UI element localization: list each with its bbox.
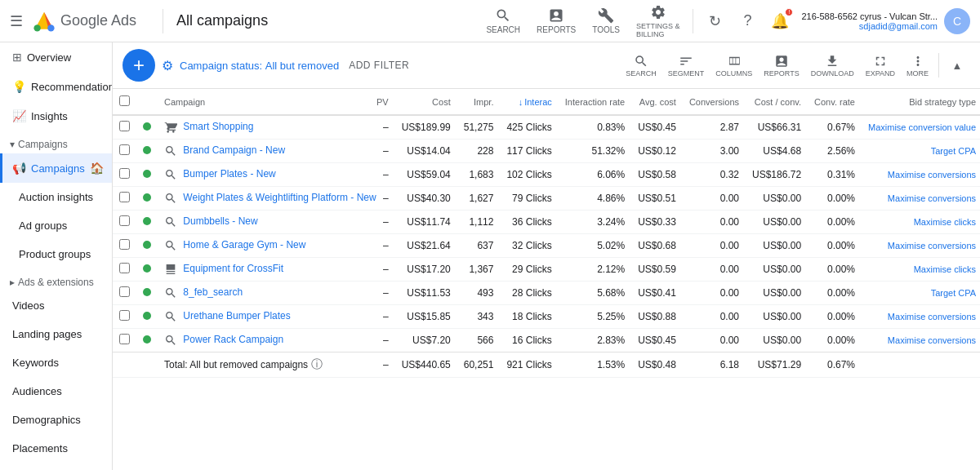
bid-strategy-link[interactable]: Maximise conversions — [888, 193, 976, 203]
row-conv-rate-8: 0.00% — [808, 305, 862, 329]
sidebar-item-recommendations[interactable]: 💡 Recommendations — [0, 72, 112, 101]
sidebar-ads-section[interactable]: ▸ Ads & extensions — [0, 268, 112, 291]
notifications-btn[interactable]: 🔔 ! — [765, 7, 795, 36]
bid-strategy-link[interactable]: Maximise conversion value — [868, 122, 976, 132]
bid-strategy-link[interactable]: Maximise clicks — [914, 217, 976, 227]
row-checkbox-5[interactable] — [113, 234, 136, 258]
avatar[interactable]: C — [944, 8, 970, 34]
row-bid-strategy-5[interactable]: Maximise conversions — [862, 234, 980, 258]
filter-value[interactable]: All but removed — [265, 60, 339, 72]
campaign-link[interactable]: Brand Campaign - New — [183, 144, 285, 156]
help-btn[interactable]: ? — [733, 7, 762, 36]
search-icon-btn[interactable]: SEARCH — [479, 4, 527, 38]
row-interaction-rate-7: 5.68% — [559, 282, 631, 305]
sidebar-campaigns-section[interactable]: ▾ Campaigns — [0, 131, 112, 153]
search-toolbar-btn[interactable]: SEARCH — [621, 51, 662, 81]
row-cost-conv-7: US$0.00 — [746, 282, 808, 305]
info-icon[interactable]: ⓘ — [311, 357, 323, 372]
filter-icon[interactable]: ⚙ — [162, 58, 173, 73]
bid-strategy-link[interactable]: Maximise conversions — [888, 170, 976, 180]
row-select-checkbox[interactable] — [119, 239, 130, 250]
sidebar-item-auction-insights[interactable]: Auction insights — [0, 183, 112, 211]
hamburger-menu-icon[interactable]: ☰ — [10, 12, 23, 30]
bid-strategy-link[interactable]: Maximise conversions — [888, 312, 976, 321]
row-checkbox-3[interactable] — [113, 187, 136, 211]
row-campaign-6: Equipment for CrossFit — [158, 258, 370, 282]
sidebar-item-insights[interactable]: 📈 Insights — [0, 101, 112, 131]
bid-strategy-link[interactable]: Maximise conversions — [888, 241, 976, 251]
campaign-link[interactable]: Dumbbells - New — [183, 215, 257, 227]
sidebar-item-overview[interactable]: ⊞ Overview — [0, 42, 112, 72]
sidebar-item-ad-groups[interactable]: Ad groups — [0, 211, 112, 240]
sidebar-item-product-groups[interactable]: Product groups — [0, 240, 112, 268]
sidebar-item-landing-pages[interactable]: Landing pages — [0, 320, 112, 348]
row-bid-strategy-6[interactable]: Maximise clicks — [862, 258, 980, 282]
row-checkbox-2[interactable] — [113, 163, 136, 187]
row-checkbox-4[interactable] — [113, 211, 136, 234]
sidebar-item-keywords[interactable]: Keywords — [0, 348, 112, 377]
svg-point-3 — [47, 24, 54, 31]
row-bid-strategy-9[interactable]: Maximise conversions — [862, 329, 980, 352]
more-toolbar-btn[interactable]: MORE — [902, 51, 933, 81]
bid-strategy-link[interactable]: Target CPA — [931, 288, 976, 298]
reports-toolbar-btn[interactable]: REPORTS — [759, 51, 804, 81]
row-checkbox-6[interactable] — [113, 258, 136, 282]
add-filter-button[interactable]: ADD FILTER — [349, 60, 409, 71]
row-checkbox-8[interactable] — [113, 305, 136, 329]
refresh-btn[interactable]: ↻ — [700, 7, 729, 36]
row-checkbox-7[interactable] — [113, 282, 136, 305]
sidebar-item-audiences[interactable]: Audiences — [0, 377, 112, 406]
campaign-link[interactable]: Equipment for CrossFit — [183, 263, 283, 274]
row-select-checkbox[interactable] — [119, 334, 130, 344]
sidebar-item-videos[interactable]: Videos — [0, 291, 112, 320]
row-checkbox-9[interactable] — [113, 329, 136, 352]
campaign-link[interactable]: Smart Shopping — [183, 121, 253, 132]
sidebar-item-placements[interactable]: Placements — [0, 434, 112, 463]
row-interactions-3: 79 Clicks — [500, 187, 558, 211]
row-select-checkbox[interactable] — [119, 168, 130, 179]
toolbar: + ⚙ Campaign status: All but removed ADD… — [113, 42, 980, 89]
header-checkbox[interactable] — [113, 89, 136, 115]
header-conversions: Conversions — [683, 89, 746, 115]
segment-toolbar-btn[interactable]: SEGMENT — [663, 51, 710, 81]
bid-strategy-link[interactable]: Target CPA — [931, 146, 976, 156]
chevron-down-icon: ▾ — [10, 139, 15, 150]
row-checkbox-1[interactable] — [113, 140, 136, 163]
row-select-checkbox[interactable] — [119, 286, 130, 297]
campaign-link[interactable]: Home & Garage Gym - New — [183, 239, 305, 251]
sidebar-item-campaigns[interactable]: 📢 Campaigns 🏠 — [0, 153, 112, 183]
row-select-checkbox[interactable] — [119, 192, 130, 202]
settings-icon-btn[interactable]: SETTINGS &BILLING — [630, 1, 687, 42]
columns-toolbar-btn[interactable]: COLUMNS — [710, 51, 757, 81]
row-bid-strategy-7[interactable]: Target CPA — [862, 282, 980, 305]
sidebar-item-demographics[interactable]: Demographics — [0, 406, 112, 434]
row-select-checkbox[interactable] — [119, 215, 130, 226]
campaign-link[interactable]: 8_feb_search — [183, 286, 243, 298]
select-all-checkbox[interactable] — [119, 95, 130, 106]
campaign-link[interactable]: Weight Plates & Weightlifting Platform -… — [183, 192, 376, 203]
campaign-link[interactable]: Urethane Bumper Plates — [183, 310, 290, 321]
row-bid-strategy-4[interactable]: Maximise clicks — [862, 211, 980, 234]
add-campaign-button[interactable]: + — [122, 49, 155, 82]
row-select-checkbox[interactable] — [119, 121, 130, 131]
campaign-link[interactable]: Power Rack Campaign — [183, 334, 283, 345]
account-info[interactable]: 216-588-6562 cyrus - Vulcan Str... sdjad… — [801, 11, 938, 31]
row-select-checkbox[interactable] — [119, 144, 130, 155]
download-toolbar-btn[interactable]: DOWNLOAD — [806, 51, 859, 81]
tools-icon-btn[interactable]: TOOLS — [586, 4, 626, 38]
bid-strategy-link[interactable]: Maximise conversions — [888, 335, 976, 345]
row-select-checkbox[interactable] — [119, 263, 130, 273]
row-bid-strategy-8[interactable]: Maximise conversions — [862, 305, 980, 329]
header-interactions[interactable]: ↓Interac — [500, 89, 558, 115]
reports-icon-btn[interactable]: REPORTS — [530, 4, 582, 38]
row-select-checkbox[interactable] — [119, 310, 130, 321]
row-bid-strategy-3[interactable]: Maximise conversions — [862, 187, 980, 211]
expand-toolbar-btn[interactable]: EXPAND — [861, 51, 900, 81]
row-bid-strategy-0[interactable]: Maximise conversion value — [862, 115, 980, 140]
row-bid-strategy-2[interactable]: Maximise conversions — [862, 163, 980, 187]
campaign-link[interactable]: Bumper Plates - New — [183, 168, 275, 180]
row-checkbox-0[interactable] — [113, 115, 136, 140]
collapse-btn[interactable]: ▲ — [944, 52, 970, 78]
bid-strategy-link[interactable]: Maximise clicks — [914, 264, 976, 274]
row-bid-strategy-1[interactable]: Target CPA — [862, 140, 980, 163]
